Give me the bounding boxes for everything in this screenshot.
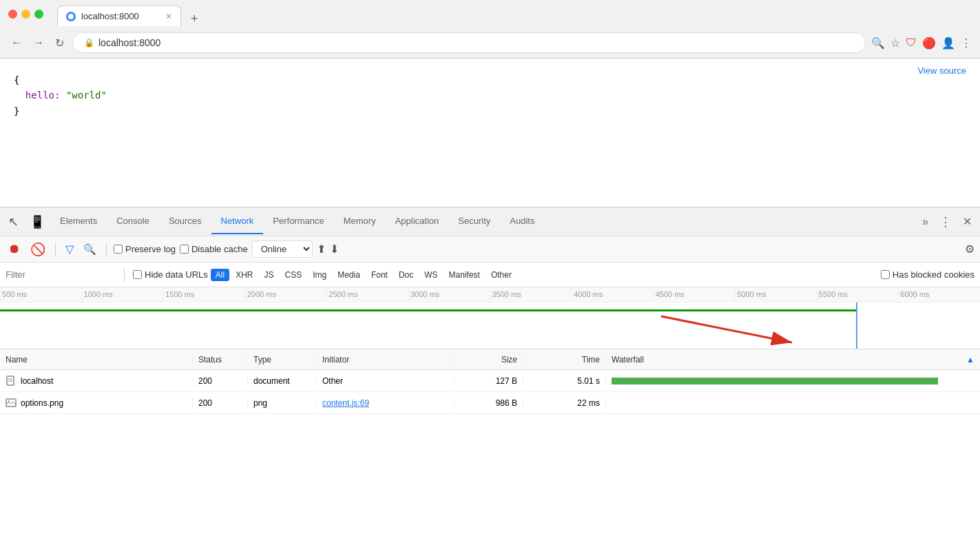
- hide-data-urls-checkbox[interactable]: [133, 270, 142, 279]
- reload-button[interactable]: ↻: [52, 34, 67, 52]
- col-header-name: Name: [0, 355, 193, 365]
- filter-type-manifest[interactable]: Manifest: [444, 269, 485, 281]
- filter-icon-button[interactable]: ▽: [63, 240, 76, 258]
- traffic-lights: [8, 10, 43, 19]
- waterfall-label: Waterfall: [612, 355, 644, 365]
- new-tab-button[interactable]: +: [187, 12, 202, 26]
- json-brace-close: }: [14, 105, 19, 116]
- disable-cache-label[interactable]: Disable cache: [180, 244, 248, 254]
- tick-4000ms: 4000 ms: [572, 287, 654, 302]
- zoom-button[interactable]: 🔍: [871, 37, 885, 50]
- col-header-time: Time: [523, 355, 606, 365]
- more-tabs-button[interactable]: »: [917, 216, 934, 228]
- tab-close-button[interactable]: ✕: [165, 12, 172, 21]
- tick-2500ms: 2500 ms: [326, 287, 408, 302]
- throttle-select[interactable]: Online Fast 3G Slow 3G Offline: [252, 240, 313, 258]
- tick-4500ms: 4500 ms: [654, 287, 736, 302]
- document-icon: [6, 376, 17, 387]
- initiator-link[interactable]: content.js:69: [322, 398, 369, 408]
- col-header-size: Size: [455, 355, 523, 365]
- disable-cache-checkbox[interactable]: [180, 245, 189, 254]
- hide-data-urls-text: Hide data URLs: [145, 269, 208, 280]
- browser-tab-active[interactable]: localhost:8000 ✕: [57, 6, 181, 26]
- timeline-area: 500 ms 1000 ms 1500 ms 2000 ms 2500 ms 3…: [0, 287, 980, 349]
- filter-type-js[interactable]: JS: [259, 269, 278, 281]
- account-button[interactable]: 👤: [941, 37, 955, 50]
- row1-name-col: localhost: [0, 376, 193, 387]
- tab-elements[interactable]: Elements: [50, 209, 107, 234]
- filter-type-doc[interactable]: Doc: [394, 269, 418, 281]
- filter-type-font[interactable]: Font: [366, 269, 393, 281]
- page-content: { hello: "world" } View source: [0, 59, 980, 207]
- tab-network[interactable]: Network: [211, 209, 264, 234]
- preserve-log-checkbox[interactable]: [114, 245, 123, 254]
- filter-type-img[interactable]: Img: [308, 269, 331, 281]
- filter-type-xhr[interactable]: XHR: [231, 269, 258, 281]
- tab-bar: localhost:8000 ✕ +: [49, 1, 211, 26]
- preserve-log-label[interactable]: Preserve log: [114, 244, 176, 254]
- col-header-type: Type: [248, 355, 317, 365]
- tab-security[interactable]: Security: [448, 209, 500, 234]
- tick-1500ms: 1500 ms: [163, 287, 245, 302]
- inspect-icon[interactable]: ↖: [3, 214, 24, 229]
- device-icon[interactable]: 📱: [24, 214, 50, 229]
- search-button[interactable]: 🔍: [81, 240, 99, 258]
- tick-3000ms: 3000 ms: [408, 287, 490, 302]
- devtools-tabs: ↖ 📱 Elements Console Sources Network Per…: [0, 207, 980, 236]
- row1-waterfall-bar: [612, 378, 938, 384]
- download-button[interactable]: ⬇: [330, 243, 339, 256]
- maximize-traffic-light[interactable]: [34, 10, 43, 19]
- back-button[interactable]: ←: [8, 34, 25, 52]
- extension-button[interactable]: 🔴: [922, 37, 936, 50]
- row1-time: 5.01 s: [523, 376, 606, 386]
- toolbar-separator-1: [55, 243, 56, 256]
- devtools-panel: ↖ 📱 Elements Console Sources Network Per…: [0, 207, 980, 554]
- tab-performance[interactable]: Performance: [263, 209, 333, 234]
- filter-type-css[interactable]: CSS: [280, 269, 306, 281]
- devtools-menu-button[interactable]: ⋮: [934, 214, 957, 229]
- row1-initiator: Other: [317, 376, 455, 386]
- tab-audits[interactable]: Audits: [500, 209, 544, 234]
- view-source-link[interactable]: View source: [917, 65, 966, 76]
- filter-type-all[interactable]: All: [211, 269, 229, 281]
- filter-type-media[interactable]: Media: [333, 269, 365, 281]
- has-blocked-cookies-label[interactable]: Has blocked cookies: [881, 269, 974, 280]
- json-content: { hello: "world" }: [14, 72, 966, 134]
- devtools-close-button[interactable]: ✕: [957, 215, 977, 228]
- menu-button[interactable]: ⋮: [961, 37, 972, 50]
- network-settings-button[interactable]: ⚙: [965, 243, 974, 256]
- toolbar-separator-2: [106, 243, 107, 256]
- col-header-initiator: Initiator: [317, 355, 455, 365]
- forward-button[interactable]: →: [30, 34, 47, 52]
- json-value: "world": [66, 90, 107, 101]
- table-row[interactable]: options.png 200 png content.js:69 986 B …: [0, 392, 980, 414]
- table-header: Name Status Type Initiator Size Time Wat…: [0, 349, 980, 370]
- has-blocked-cookies-text: Has blocked cookies: [893, 269, 974, 280]
- upload-button[interactable]: ⬆: [317, 243, 326, 256]
- row2-size: 986 B: [455, 398, 523, 408]
- disable-cache-text: Disable cache: [191, 244, 248, 254]
- filter-input[interactable]: [6, 269, 116, 280]
- clear-button[interactable]: 🚫: [28, 239, 48, 260]
- adblock-button[interactable]: 🛡: [906, 37, 917, 49]
- tab-console[interactable]: Console: [107, 209, 159, 234]
- tab-application[interactable]: Application: [386, 209, 449, 234]
- hide-data-urls-label[interactable]: Hide data URLs: [133, 269, 208, 280]
- filter-type-ws[interactable]: WS: [419, 269, 442, 281]
- waterfall-sort-arrow: ▲: [966, 355, 974, 365]
- url-bar[interactable]: 🔒 localhost:8000: [72, 32, 866, 53]
- filter-bar: Hide data URLs All XHR JS CSS Img Media …: [0, 263, 980, 287]
- table-row[interactable]: localhost 200 document Other 127 B 5.01 …: [0, 370, 980, 392]
- close-traffic-light[interactable]: [8, 10, 17, 19]
- filter-type-other[interactable]: Other: [486, 269, 517, 281]
- title-bar: localhost:8000 ✕ +: [0, 0, 980, 28]
- tab-sources[interactable]: Sources: [159, 209, 211, 234]
- filter-types: All XHR JS CSS Img Media Font Doc WS Man…: [211, 269, 517, 281]
- network-table: Name Status Type Initiator Size Time Wat…: [0, 349, 980, 554]
- bookmark-button[interactable]: ☆: [890, 37, 900, 50]
- col-header-status: Status: [193, 355, 248, 365]
- minimize-traffic-light[interactable]: [21, 10, 30, 19]
- has-blocked-cookies-checkbox[interactable]: [881, 270, 890, 279]
- record-button[interactable]: ⏺: [6, 239, 23, 259]
- tab-memory[interactable]: Memory: [334, 209, 386, 234]
